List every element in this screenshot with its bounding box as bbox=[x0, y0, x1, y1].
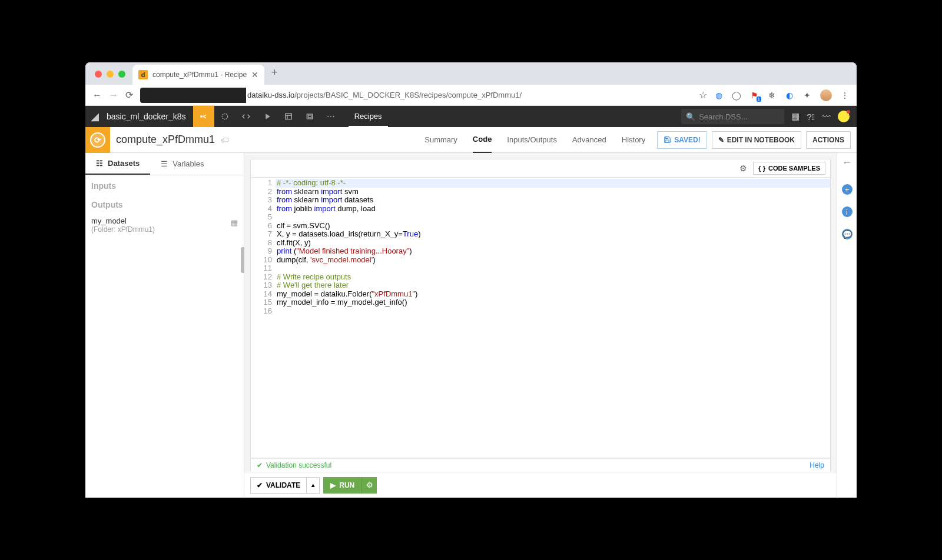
ext-icon-3[interactable]: ⚑1 bbox=[749, 91, 759, 100]
layers-icon[interactable] bbox=[299, 106, 320, 127]
help-link[interactable]: Help bbox=[810, 461, 824, 469]
extensions-menu-icon[interactable]: ✦ bbox=[802, 91, 812, 100]
browser-tab-strip: d compute_xPfDmmu1 - Recipe ✕ + bbox=[85, 62, 857, 85]
maximize-window-icon[interactable] bbox=[118, 71, 125, 78]
back-button[interactable]: ← bbox=[92, 90, 102, 101]
ext-icon-2[interactable]: ◯ bbox=[732, 91, 741, 100]
output-name: my_model bbox=[91, 216, 238, 225]
validate-button[interactable]: ✔ VALIDATE bbox=[250, 477, 307, 494]
ext-icon-1[interactable]: ◍ bbox=[714, 91, 724, 100]
inputs-header: Inputs bbox=[85, 175, 244, 194]
output-folder: (Folder: xPfDmmu1) bbox=[91, 225, 238, 234]
recipe-title: compute_xPfDmmu1 bbox=[110, 134, 221, 146]
table-icon[interactable]: ▦ bbox=[231, 218, 238, 227]
editor-settings-icon[interactable]: ⚙ bbox=[739, 164, 747, 173]
favicon-icon: d bbox=[138, 70, 148, 79]
url-redacted bbox=[140, 88, 246, 103]
extension-icons: ◍ ◯ ⚑1 ❄ ◐ ✦ ⋮ bbox=[714, 89, 850, 101]
window-controls bbox=[95, 71, 125, 78]
help-icon[interactable]: ?⃝ bbox=[807, 112, 815, 122]
check-icon: ✔ bbox=[257, 461, 263, 469]
tab-inputs-outputs[interactable]: Inputs/Outputs bbox=[507, 127, 557, 153]
search-input[interactable]: 🔍 Search DSS... bbox=[681, 109, 784, 124]
bookmark-icon[interactable]: ☆ bbox=[699, 89, 707, 101]
dataiku-logo-icon[interactable]: ◣ bbox=[85, 110, 104, 123]
validate-dropdown[interactable]: ▲ bbox=[307, 477, 320, 494]
project-name[interactable]: basic_ml_docker_k8s bbox=[104, 112, 193, 121]
svg-rect-4 bbox=[308, 115, 311, 118]
tab-code[interactable]: Code bbox=[473, 127, 492, 153]
section-label[interactable]: Recipes bbox=[349, 106, 388, 127]
minimize-window-icon[interactable] bbox=[107, 71, 114, 78]
url-input[interactable]: dataiku-dss.io/projects/BASIC_ML_DOCKER_… bbox=[140, 87, 692, 104]
tab-title: compute_xPfDmmu1 - Recipe bbox=[152, 71, 247, 79]
tab-history[interactable]: History bbox=[622, 127, 645, 153]
outputs-header: Outputs bbox=[85, 194, 244, 213]
svg-point-1 bbox=[222, 114, 227, 119]
play-icon[interactable] bbox=[257, 106, 278, 127]
recipe-type-icon: ⟳ bbox=[85, 127, 110, 153]
circle-icon[interactable] bbox=[214, 106, 236, 127]
ext-icon-4[interactable]: ❄ bbox=[767, 91, 777, 100]
code-icon[interactable] bbox=[236, 106, 257, 127]
code-samples-button[interactable]: { } CODE SAMPLES bbox=[753, 162, 825, 175]
run-button[interactable]: ▶ RUN bbox=[323, 477, 361, 494]
pencil-icon: ✎ bbox=[718, 136, 724, 144]
rail-add-button[interactable]: + bbox=[842, 184, 853, 195]
svg-point-0 bbox=[200, 115, 203, 118]
profile-avatar[interactable] bbox=[820, 89, 832, 101]
recipe-header: ⟳ compute_xPfDmmu1 🏷 Summary Code Inputs… bbox=[85, 127, 857, 153]
play-icon: ▶ bbox=[330, 481, 336, 489]
rail-info-button[interactable]: i bbox=[842, 206, 853, 217]
forward-button[interactable]: → bbox=[109, 90, 118, 101]
run-bar: ✔ VALIDATE ▲ ▶ RUN ⚙ bbox=[244, 472, 837, 498]
check-icon: ✔ bbox=[257, 481, 263, 489]
tab-advanced[interactable]: Advanced bbox=[572, 127, 606, 153]
collapse-rail-icon[interactable]: ← bbox=[842, 156, 853, 169]
right-rail: ← + i 💬 bbox=[837, 153, 857, 498]
editor-pane: ⚙ { } CODE SAMPLES 123456789101112131415… bbox=[244, 153, 837, 498]
rail-chat-button[interactable]: 💬 bbox=[842, 229, 853, 239]
left-panel: ☷ Datasets ☰ Variables Inputs Outputs ▦ … bbox=[85, 153, 244, 498]
recipe-tabs: Summary Code Inputs/Outputs Advanced His… bbox=[413, 127, 657, 153]
panel-drag-handle[interactable] bbox=[241, 247, 244, 273]
datasets-icon: ☷ bbox=[96, 159, 103, 168]
activity-icon[interactable]: 〰 bbox=[822, 112, 831, 122]
flow-icon[interactable] bbox=[193, 106, 214, 127]
code-body[interactable]: # -*- coding: utf-8 -*-from sklearn impo… bbox=[276, 178, 830, 458]
app-top-bar: ◣ basic_ml_docker_k8s ⋯ Recipes 🔍 Search… bbox=[85, 106, 857, 127]
reload-button[interactable]: ⟳ bbox=[125, 89, 133, 101]
tag-icon[interactable]: 🏷 bbox=[221, 135, 229, 145]
line-gutter: 12345678910111213141516 bbox=[251, 178, 276, 458]
more-icon[interactable]: ⋯ bbox=[320, 106, 341, 127]
ext-icon-5[interactable]: ◐ bbox=[785, 91, 794, 100]
browser-tab[interactable]: d compute_xPfDmmu1 - Recipe ✕ bbox=[132, 65, 264, 85]
address-bar: ← → ⟳ dataiku-dss.io/projects/BASIC_ML_D… bbox=[85, 85, 857, 106]
validation-text: Validation successful bbox=[266, 461, 331, 469]
search-icon: 🔍 bbox=[686, 112, 695, 121]
new-tab-button[interactable]: + bbox=[271, 66, 278, 79]
left-tab-variables[interactable]: ☰ Variables bbox=[150, 153, 214, 175]
search-placeholder: Search DSS... bbox=[699, 112, 747, 121]
edit-in-notebook-button[interactable]: ✎ EDIT IN NOTEBOOK bbox=[712, 131, 801, 149]
close-window-icon[interactable] bbox=[95, 71, 102, 78]
close-tab-icon[interactable]: ✕ bbox=[251, 70, 258, 79]
svg-rect-2 bbox=[285, 114, 291, 119]
left-tab-datasets[interactable]: ☷ Datasets bbox=[85, 153, 150, 175]
output-item[interactable]: ▦ my_model (Folder: xPfDmmu1) bbox=[85, 213, 244, 237]
variables-icon: ☰ bbox=[161, 159, 168, 168]
saved-indicator: SAVED! bbox=[657, 131, 706, 149]
notification-badge[interactable] bbox=[838, 111, 850, 122]
apps-grid-icon[interactable]: ▦ bbox=[791, 111, 800, 122]
browser-menu-icon[interactable]: ⋮ bbox=[840, 91, 850, 100]
validation-status-bar: ✔ Validation successful Help bbox=[250, 458, 831, 472]
tab-summary[interactable]: Summary bbox=[424, 127, 457, 153]
run-settings-button[interactable]: ⚙ bbox=[361, 477, 377, 494]
braces-icon: { } bbox=[758, 165, 765, 172]
code-editor[interactable]: 12345678910111213141516 # -*- coding: ut… bbox=[250, 178, 831, 458]
actions-button[interactable]: ACTIONS bbox=[806, 131, 851, 149]
dashboard-icon[interactable] bbox=[278, 106, 299, 127]
